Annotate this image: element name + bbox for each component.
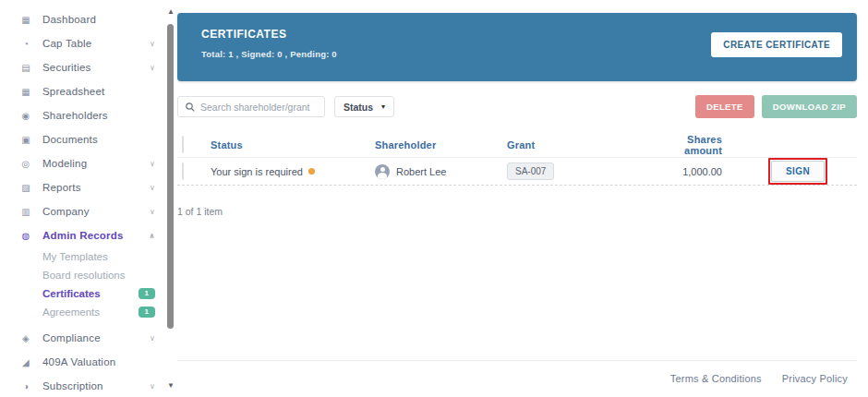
delete-button[interactable]: DELETE <box>695 95 754 118</box>
chart-icon: ◢ <box>20 357 31 367</box>
privacy-link[interactable]: Privacy Policy <box>782 373 848 384</box>
sidebar-item-dashboard[interactable]: ▦ Dashboard <box>0 7 164 31</box>
scrollbar-thumb[interactable] <box>167 24 174 329</box>
certificates-header-panel: CERTIFICATES Total: 1 , Signed: 0 , Pend… <box>177 13 857 81</box>
certificates-count-badge: 1 <box>139 288 155 299</box>
search-box <box>177 96 325 117</box>
chevron-down-icon: ∨ <box>150 184 155 192</box>
dashboard-icon: ▦ <box>20 15 31 25</box>
sign-button-highlight: SIGN <box>768 158 827 185</box>
clipboard-icon: ▤ <box>20 63 31 73</box>
sidebar-item-agreements[interactable]: Agreements 1 <box>0 303 164 321</box>
sidebar-item-cap-table[interactable]: ◔ Cap Table ∨ <box>0 31 164 55</box>
download-zip-button[interactable]: DOWNLOAD ZIP <box>762 95 857 118</box>
vertical-scrollbar: ▲ ▼ <box>165 6 176 391</box>
column-header-status: Status <box>211 139 375 150</box>
sidebar-item-documents[interactable]: ▣ Documents <box>0 127 164 151</box>
dollar-icon: ◑ <box>20 381 31 391</box>
column-header-grant: Grant <box>507 139 658 150</box>
sign-button[interactable]: SIGN <box>771 161 825 182</box>
certificates-summary: Total: 1 , Signed: 0 , Pending: 0 <box>201 49 337 59</box>
action-cell: SIGN <box>768 158 857 185</box>
status-filter-dropdown[interactable]: Status ▾ <box>334 96 394 117</box>
sidebar: ▦ Dashboard ◔ Cap Table ∨ ▤ Securities ∨… <box>0 0 164 397</box>
agreements-count-badge: 1 <box>139 307 155 318</box>
column-header-shares-amount: Shares amount <box>658 134 768 156</box>
shareholder-cell: Robert Lee <box>375 164 507 179</box>
column-header-shareholder: Shareholder <box>375 139 507 150</box>
chevron-up-icon: ∧ <box>149 232 155 240</box>
sidebar-item-reports[interactable]: ▨ Reports ∨ <box>0 175 164 199</box>
page-title: CERTIFICATES <box>201 28 337 41</box>
folder-icon: ▣ <box>20 135 31 145</box>
pie-chart-icon: ◔ <box>20 39 31 49</box>
sidebar-item-spreadsheet[interactable]: ▦ Spreadsheet <box>0 79 164 103</box>
sidebar-item-securities[interactable]: ▤ Securities ∨ <box>0 55 164 79</box>
table-header-row: Status Shareholder Grant Shares amount <box>177 132 857 158</box>
grant-cell: SA-007 <box>507 162 658 180</box>
status-cell: Your sign is required <box>211 166 375 177</box>
select-all-checkbox[interactable] <box>182 136 184 153</box>
sidebar-item-shareholders[interactable]: ◉ Shareholders <box>0 103 164 127</box>
records-icon: ◍ <box>20 231 31 241</box>
caret-down-icon: ▾ <box>381 102 385 111</box>
pending-status-dot <box>308 168 315 174</box>
chevron-down-icon: ∨ <box>150 40 155 48</box>
sidebar-item-subscription[interactable]: ◑ Subscription ∨ <box>0 374 164 397</box>
sidebar-item-my-templates[interactable]: My Templates <box>0 247 164 266</box>
terms-link[interactable]: Terms & Conditions <box>670 373 762 384</box>
shield-icon: ◈ <box>20 333 31 343</box>
create-certificate-button[interactable]: CREATE CERTIFICATE <box>711 32 842 57</box>
sidebar-item-409a-valuation[interactable]: ◢ 409A Valuation <box>0 350 164 374</box>
chevron-down-icon: ∨ <box>150 334 155 343</box>
sidebar-item-compliance[interactable]: ◈ Compliance ∨ <box>0 326 164 350</box>
sidebar-item-company[interactable]: ▥ Company ∨ <box>0 199 164 223</box>
building-icon: ▥ <box>20 207 31 217</box>
search-input[interactable] <box>200 102 317 113</box>
chevron-down-icon: ∨ <box>150 382 155 391</box>
report-icon: ▨ <box>20 183 31 193</box>
chevron-down-icon: ∨ <box>150 208 155 216</box>
lightbulb-icon: ◎ <box>20 159 31 169</box>
row-checkbox[interactable] <box>182 162 184 180</box>
spreadsheet-icon: ▦ <box>20 87 31 97</box>
chevron-down-icon: ∨ <box>150 160 155 168</box>
toolbar: Status ▾ DELETE DOWNLOAD ZIP <box>177 95 857 118</box>
footer: Terms & Conditions Privacy Policy <box>177 360 857 384</box>
sidebar-item-certificates[interactable]: Certificates 1 <box>0 284 164 303</box>
chevron-down-icon: ∨ <box>150 64 155 72</box>
person-icon: ◉ <box>20 111 31 121</box>
sidebar-item-modeling[interactable]: ◎ Modeling ∨ <box>0 151 164 175</box>
app-window: ▦ Dashboard ◔ Cap Table ∨ ▤ Securities ∨… <box>0 0 868 397</box>
scroll-up-arrow[interactable]: ▲ <box>166 7 175 16</box>
sidebar-item-admin-records[interactable]: ◍ Admin Records ∧ <box>0 223 164 247</box>
search-icon <box>186 102 195 112</box>
scroll-down-arrow[interactable]: ▼ <box>166 381 175 390</box>
grant-chip[interactable]: SA-007 <box>507 162 554 180</box>
shares-amount-cell: 1,000.00 <box>658 166 768 177</box>
pagination-summary: 1 of 1 item <box>177 206 857 217</box>
main-content: CERTIFICATES Total: 1 , Signed: 0 , Pend… <box>177 0 857 397</box>
avatar <box>375 164 390 179</box>
table-row: Your sign is required Robert Lee SA-007 … <box>177 158 857 186</box>
sidebar-item-board-resolutions[interactable]: Board resolutions <box>0 266 164 284</box>
